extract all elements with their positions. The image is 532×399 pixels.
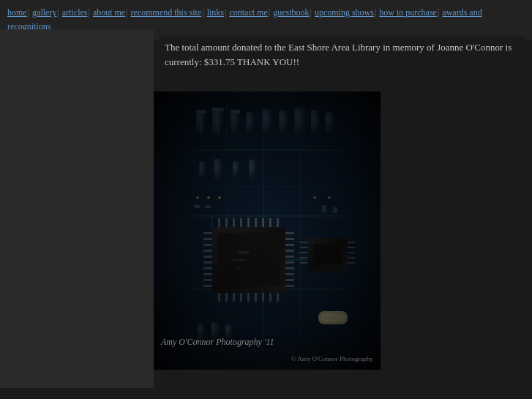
- nav-guestbook[interactable]: guestbook: [273, 7, 309, 18]
- circuit-board-image: C3474 XXXXXXX C3C0: [154, 92, 381, 370]
- nav-sep-5: |: [202, 7, 203, 18]
- nav-sep-9: |: [375, 7, 376, 18]
- nav-how-to-purchase[interactable]: how to purchase: [379, 7, 437, 18]
- nav-sep-2: |: [57, 7, 59, 18]
- svg-rect-103: [154, 92, 381, 370]
- nav-sep-3: |: [88, 7, 89, 18]
- nav-gallery[interactable]: gallery: [32, 7, 56, 18]
- nav-about[interactable]: about me: [93, 7, 125, 18]
- nav-links[interactable]: links: [207, 7, 224, 18]
- nav-sep-7: |: [269, 7, 270, 18]
- nav-sep-10: |: [438, 7, 439, 18]
- donation-announcement: The total amount donated to the East Sho…: [161, 37, 525, 72]
- nav-sep-8: |: [310, 7, 311, 18]
- nav-articles[interactable]: articles: [62, 7, 88, 18]
- main-content: The total amount donated to the East Sho…: [154, 29, 532, 399]
- donation-text: The total amount donated to the East Sho…: [165, 42, 512, 67]
- left-panel: [0, 29, 154, 388]
- photo-copyright: © Amy O'Connor Photography: [291, 355, 373, 362]
- photo-caption: Amy O'Connor Photography '11: [161, 337, 274, 348]
- circuit-svg: C3474 XXXXXXX C3C0: [154, 92, 381, 370]
- nav-contact[interactable]: contact me: [229, 7, 267, 18]
- circuit-board-photo: C3474 XXXXXXX C3C0: [154, 92, 381, 370]
- nav-home[interactable]: home: [7, 7, 27, 18]
- nav-sep-6: |: [225, 7, 226, 18]
- nav-sep-1: |: [28, 7, 29, 18]
- nav-recommend[interactable]: recommend this site: [131, 7, 202, 18]
- nav-upcoming-shows[interactable]: upcoming shows: [315, 7, 374, 18]
- nav-sep-4: |: [126, 7, 127, 18]
